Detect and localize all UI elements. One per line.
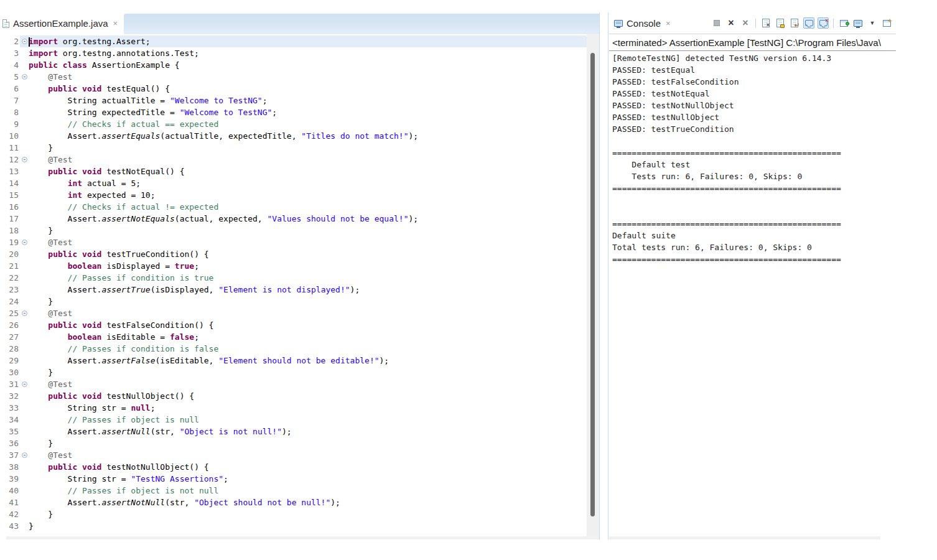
fold-marker-icon[interactable]: [20, 39, 29, 44]
fold-marker-icon[interactable]: [20, 240, 29, 245]
editor-tab-label: AssertionExample.java: [13, 18, 108, 29]
code-text: boolean isDisplayed = true;: [29, 261, 199, 271]
code-line: 14 int actual = 5;: [0, 177, 599, 189]
code-text: public void testNotNullObject() {: [29, 462, 209, 472]
code-line: 12 @Test: [0, 154, 599, 166]
console-line: ========================================…: [612, 219, 896, 231]
line-number: 42: [0, 510, 20, 519]
line-number: 13: [0, 167, 20, 176]
line-number: 35: [0, 427, 20, 436]
pane-divider-sash[interactable]: [599, 12, 608, 539]
code-text: public class AssertionExample {: [29, 60, 180, 70]
code-text: Assert.assertNotNull(str, "Object should…: [29, 498, 340, 507]
show-console-stdout-icon[interactable]: [803, 17, 814, 29]
line-number: 32: [0, 391, 20, 401]
fold-marker-icon[interactable]: [20, 74, 29, 80]
line-number: 39: [0, 474, 20, 483]
editor-vertical-scrollbar[interactable]: [587, 34, 599, 536]
code-line: 39 String str = "TestNG Assertions";: [0, 473, 599, 485]
line-number: 33: [0, 403, 20, 413]
code-text: @Test: [29, 155, 72, 164]
line-number: 38: [0, 462, 20, 472]
console-line: Tests run: 6, Failures: 0, Skips: 0: [612, 172, 896, 184]
tab-close-icon[interactable]: ×: [113, 19, 118, 27]
code-line: 31 @Test: [0, 378, 599, 390]
console-tab[interactable]: Console ×: [609, 12, 676, 34]
line-number: 16: [0, 202, 20, 212]
code-line: 6 public void testEqual() {: [0, 83, 599, 95]
console-line: ========================================…: [612, 254, 896, 266]
line-number: 25: [0, 309, 20, 318]
line-number: 15: [0, 190, 20, 200]
line-number: 5: [0, 72, 20, 82]
terminate-icon[interactable]: [711, 17, 722, 29]
code-text: // Checks if actual == expected: [29, 119, 218, 129]
code-text: @Test: [29, 238, 72, 247]
line-number: 29: [0, 356, 20, 365]
code-line: 38 public void testNotNullObject() {: [0, 461, 599, 473]
line-number: 14: [0, 179, 20, 188]
fold-marker-icon[interactable]: [20, 381, 29, 387]
code-line: 11 }: [0, 142, 599, 154]
line-number: 12: [0, 155, 20, 164]
code-text: @Test: [29, 72, 72, 82]
code-text: // Passes if condition is false: [29, 344, 218, 353]
clear-console-icon[interactable]: ×: [760, 17, 772, 29]
fold-marker-icon[interactable]: [20, 157, 29, 162]
fold-marker-icon[interactable]: [20, 452, 29, 458]
line-number: 7: [0, 96, 20, 105]
code-line: 3import org.testng.annotations.Test;: [0, 47, 599, 59]
remove-launch-icon[interactable]: ×: [725, 17, 737, 29]
console-tab-label: Console: [627, 18, 661, 29]
code-line: 23 Assert.assertTrue(isDisplayed, "Eleme…: [0, 284, 599, 296]
console-line: PASSED: testNotEqual: [612, 89, 896, 101]
code-text: String str = null;: [29, 403, 156, 413]
code-line: 32 public void testNullObject() {: [0, 390, 599, 402]
line-number: 21: [0, 261, 20, 271]
editor-content[interactable]: 2import org.testng.Assert;3import org.te…: [0, 34, 599, 539]
code-line: 21 boolean isDisplayed = true;: [0, 260, 599, 272]
code-text: }: [29, 143, 53, 152]
code-text: public void testTrueCondition() {: [29, 250, 209, 259]
code-line: 26 public void testFalseCondition() {: [0, 319, 599, 331]
pin-console-icon[interactable]: [838, 17, 849, 29]
chevron-down-icon[interactable]: ▼: [867, 17, 878, 29]
console-line: PASSED: testNotNullObject: [612, 101, 896, 113]
editor-scrollbar-thumb[interactable]: [590, 53, 595, 516]
code-line: 24 }: [0, 296, 599, 307]
code-line: 27 boolean isEditable = false;: [0, 331, 599, 343]
code-line: 37 @Test: [0, 449, 599, 461]
word-wrap-icon[interactable]: ↵: [789, 17, 800, 29]
code-text: @Test: [29, 309, 72, 318]
console-line: ========================================…: [612, 184, 896, 195]
tabstrip-filler: [124, 14, 599, 34]
line-number: 9: [0, 119, 20, 129]
code-line: 18 }: [0, 225, 599, 236]
code-text: Assert.assertNull(str, "Object is not nu…: [29, 427, 292, 436]
code-line: 34 // Passes if object is null: [0, 414, 599, 426]
line-number: 20: [0, 250, 20, 259]
display-selected-console-icon[interactable]: [852, 17, 864, 29]
code-text: }: [29, 226, 53, 235]
code-text: public void testFalseCondition() {: [29, 320, 213, 330]
console-tab-close-icon[interactable]: ×: [666, 19, 671, 27]
code-text: int actual = 5;: [29, 179, 141, 188]
editor-pane: AssertionExample.java × 2import org.test…: [0, 12, 599, 539]
line-number: 18: [0, 226, 20, 235]
code-line: 20 public void testTrueCondition() {: [0, 248, 599, 260]
code-text: }: [29, 439, 53, 448]
java-file-icon: [2, 19, 9, 28]
editor-tab-assertionexample[interactable]: AssertionExample.java ×: [0, 12, 124, 34]
remove-all-terminated-icon[interactable]: ×: [740, 17, 751, 29]
show-console-stderr-icon[interactable]: ×: [818, 17, 829, 29]
open-console-icon[interactable]: +: [881, 17, 892, 29]
line-number: 27: [0, 332, 20, 342]
code-text: public void testNotEqual() {: [29, 167, 184, 176]
fold-marker-icon[interactable]: [20, 310, 29, 316]
console-horizontal-scrollbar[interactable]: [609, 536, 880, 539]
console-line: ========================================…: [612, 148, 896, 160]
line-number: 34: [0, 415, 20, 424]
editor-horizontal-scrollbar[interactable]: [6, 536, 599, 539]
console-line: PASSED: testTrueCondition: [612, 124, 896, 136]
scroll-lock-icon[interactable]: [775, 17, 786, 29]
